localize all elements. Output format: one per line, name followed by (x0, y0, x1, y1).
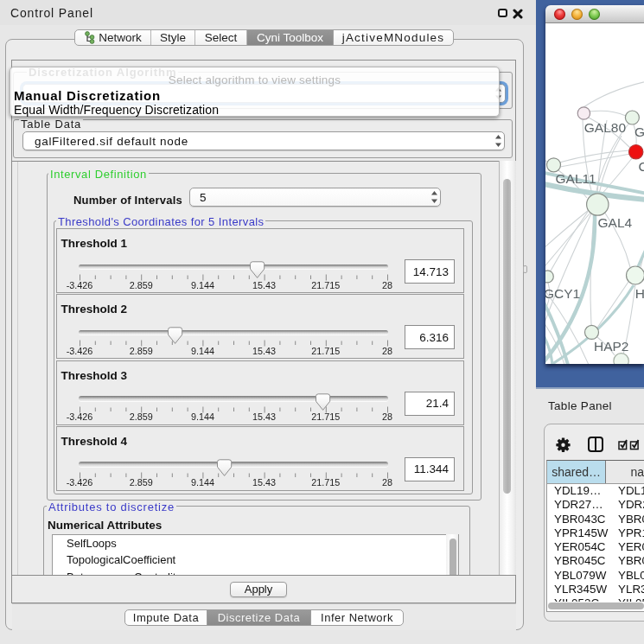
svg-text:HAP2: HAP2 (594, 339, 629, 354)
svg-text:GCY1: GCY1 (545, 286, 580, 301)
svg-text:C: C (639, 159, 644, 174)
svg-text:GAL80: GAL80 (584, 120, 627, 135)
svg-text:GAL11: GAL11 (556, 171, 596, 186)
svg-text:G.: G. (634, 124, 644, 139)
svg-text:GAL4: GAL4 (598, 215, 633, 230)
svg-text:H: H (635, 286, 644, 301)
